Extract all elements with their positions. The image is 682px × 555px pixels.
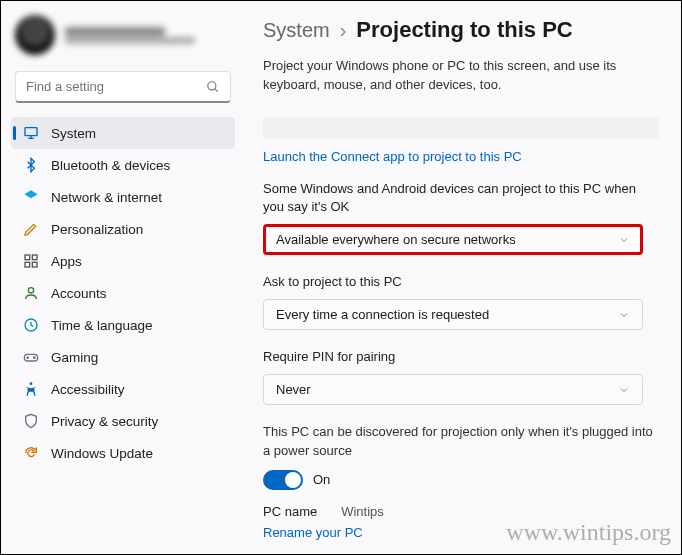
time-icon [23,317,39,333]
user-name [65,27,165,36]
rename-pc-link[interactable]: Rename your PC [263,525,363,540]
breadcrumb: System › Projecting to this PC [263,17,659,43]
sidebar-item-gaming[interactable]: Gaming [11,341,235,373]
svg-line-1 [215,88,218,91]
sidebar-item-label: Apps [51,254,82,269]
svg-point-12 [34,357,35,358]
user-email [65,37,195,44]
search-input[interactable] [26,79,206,94]
sidebar-item-label: Privacy & security [51,414,158,429]
sidebar-item-label: Personalization [51,222,143,237]
sidebar-item-label: Time & language [51,318,153,333]
sidebar-item-apps[interactable]: Apps [11,245,235,277]
discovery-toggle[interactable] [263,470,303,490]
chevron-down-icon [618,234,630,246]
svg-rect-6 [32,255,37,260]
breadcrumb-parent[interactable]: System [263,19,330,42]
sidebar-item-system[interactable]: System [11,117,235,149]
discovery-note: This PC can be discovered for projection… [263,423,659,459]
system-icon [23,125,39,141]
sidebar-item-time[interactable]: Time & language [11,309,235,341]
avatar [15,15,55,55]
gaming-icon [23,349,39,365]
sidebar-item-label: Bluetooth & devices [51,158,170,173]
sidebar-item-network[interactable]: Network & internet [11,181,235,213]
accessibility-icon [23,381,39,397]
accounts-icon [23,285,39,301]
chevron-down-icon [618,309,630,321]
sidebar-item-label: System [51,126,96,141]
svg-rect-2 [25,128,37,136]
shield-icon [23,413,39,429]
network-icon [23,189,39,205]
sidebar-item-bluetooth[interactable]: Bluetooth & devices [11,149,235,181]
launch-connect-link[interactable]: Launch the Connect app to project to thi… [263,149,522,164]
pin-label: Require PIN for pairing [263,348,659,366]
bluetooth-icon [23,157,39,173]
ask-dropdown[interactable]: Every time a connection is requested [263,299,643,330]
page-title: Projecting to this PC [356,17,572,43]
pin-dropdown[interactable]: Never [263,374,643,405]
sidebar-item-label: Network & internet [51,190,162,205]
dropdown-value: Every time a connection is requested [276,307,489,322]
svg-point-15 [30,382,33,385]
sidebar-item-accounts[interactable]: Accounts [11,277,235,309]
settings-nav: System Bluetooth & devices Network & int… [11,117,235,469]
ask-label: Ask to project to this PC [263,273,659,291]
chevron-down-icon [618,384,630,396]
availability-dropdown[interactable]: Available everywhere on secure networks [263,224,643,255]
pc-name-value: Wintips [341,504,384,519]
svg-rect-5 [25,255,30,260]
dropdown-value: Available everywhere on secure networks [276,232,516,247]
sidebar-item-label: Accessibility [51,382,125,397]
page-description: Project your Windows phone or PC to this… [263,57,659,95]
sidebar-item-update[interactable]: Windows Update [11,437,235,469]
svg-rect-7 [25,262,30,267]
personalization-icon [23,221,39,237]
user-profile[interactable] [11,11,235,67]
sidebar-item-label: Accounts [51,286,107,301]
dropdown-value: Never [276,382,311,397]
toggle-label: On [313,472,330,487]
search-icon [206,80,220,94]
search-box[interactable] [15,71,231,103]
sidebar-item-label: Gaming [51,350,98,365]
svg-rect-8 [32,262,37,267]
chevron-right-icon: › [340,19,347,42]
sidebar-item-accessibility[interactable]: Accessibility [11,373,235,405]
update-icon [23,445,39,461]
info-banner [263,117,659,139]
sidebar-item-label: Windows Update [51,446,153,461]
sidebar-item-privacy[interactable]: Privacy & security [11,405,235,437]
sidebar-item-personalization[interactable]: Personalization [11,213,235,245]
svg-point-9 [28,288,33,293]
pc-name-label: PC name [263,504,317,519]
svg-point-0 [208,81,216,89]
apps-icon [23,253,39,269]
availability-label: Some Windows and Android devices can pro… [263,180,659,216]
main-content: System › Projecting to this PC Project y… [241,1,681,554]
